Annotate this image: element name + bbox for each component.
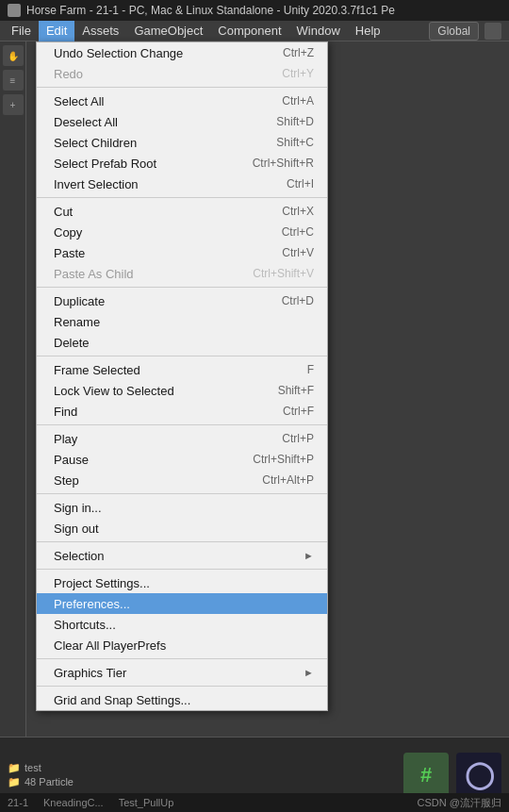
sep-8 — [37, 569, 327, 570]
status-count: 21-1 — [8, 797, 28, 808]
edit-menu-dropdown: Undo Selection Change Ctrl+Z Redo Ctrl+Y… — [36, 41, 328, 711]
menu-sign-out[interactable]: Sign out — [37, 518, 327, 539]
sidebar-icon-2[interactable]: ≡ — [3, 70, 24, 91]
menu-sign-in[interactable]: Sign in... — [37, 497, 327, 518]
csdn-label: CSDN @流汗服归 — [418, 796, 501, 810]
menu-help[interactable]: Help — [348, 21, 388, 41]
menu-gameobject[interactable]: GameObject — [126, 21, 210, 41]
title-bar: Horse Farm - 21-1 - PC, Mac & Linux Stan… — [0, 0, 509, 21]
menu-file[interactable]: File — [4, 21, 39, 41]
menu-graphics-tier[interactable]: Graphics Tier ► — [37, 662, 327, 683]
status-label1: KneadingC... — [43, 797, 104, 808]
menu-paste-as-child: Paste As Child Ctrl+Shift+V — [37, 263, 327, 284]
menu-delete[interactable]: Delete — [37, 332, 327, 353]
menu-rename[interactable]: Rename — [37, 311, 327, 332]
sep-7 — [37, 541, 327, 542]
menu-redo: Redo Ctrl+Y — [37, 63, 327, 84]
title-bar-text: Horse Farm - 21-1 - PC, Mac & Linux Stan… — [26, 4, 395, 17]
hashtag-icon: # — [403, 753, 449, 798]
menu-project-settings[interactable]: Project Settings... — [37, 572, 327, 593]
menu-frame-selected[interactable]: Frame Selected F — [37, 359, 327, 380]
sep-10 — [37, 686, 327, 687]
menu-grid-snap[interactable]: Grid and Snap Settings... — [37, 689, 327, 710]
menu-component[interactable]: Component — [210, 21, 288, 41]
menu-selection[interactable]: Selection ► — [37, 545, 327, 566]
menu-edit[interactable]: Edit — [39, 21, 74, 41]
menu-shortcuts[interactable]: Shortcuts... — [37, 614, 327, 635]
menu-find[interactable]: Find Ctrl+F — [37, 401, 327, 422]
menu-select-prefab-root[interactable]: Select Prefab Root Ctrl+Shift+R — [37, 153, 327, 174]
menu-step[interactable]: Step Ctrl+Alt+P — [37, 470, 327, 490]
app-icon — [8, 4, 21, 17]
sep-4 — [37, 356, 327, 356]
menu-preferences[interactable]: Preferences... — [37, 593, 327, 614]
status-bar: 21-1 KneadingC... Test_PullUp CSDN @流汗服归 — [0, 793, 509, 812]
global-button[interactable]: Global — [429, 22, 479, 41]
sep-2 — [37, 197, 327, 198]
sep-3 — [37, 287, 327, 288]
menu-window[interactable]: Window — [289, 21, 348, 41]
menu-select-children[interactable]: Select Children Shift+C — [37, 132, 327, 153]
sep-9 — [37, 658, 327, 659]
left-sidebar: ✋ ≡ + — [0, 41, 26, 755]
menu-clear-playerprefs[interactable]: Clear All PlayerPrefs — [37, 635, 327, 655]
unity-icon: ◯ — [456, 753, 501, 798]
menu-copy[interactable]: Copy Ctrl+C — [37, 222, 327, 242]
menu-select-all[interactable]: Select All Ctrl+A — [37, 91, 327, 111]
layout-icon — [484, 23, 501, 40]
menu-pause[interactable]: Pause Ctrl+Shift+P — [37, 449, 327, 470]
menu-bar: File Edit Assets GameObject Component Wi… — [0, 21, 509, 41]
particles-label: 48 Particle — [25, 776, 74, 787]
sidebar-icon-plus[interactable]: + — [3, 94, 24, 115]
hand-tool-icon[interactable]: ✋ — [3, 45, 24, 66]
menu-cut[interactable]: Cut Ctrl+X — [37, 201, 327, 222]
menu-lock-view[interactable]: Lock View to Selected Shift+F — [37, 380, 327, 401]
menu-assets[interactable]: Assets — [74, 21, 126, 41]
status-label2: Test_PullUp — [119, 797, 174, 808]
menu-paste[interactable]: Paste Ctrl+V — [37, 242, 327, 263]
bottom-path: test — [25, 762, 41, 773]
menu-duplicate[interactable]: Duplicate Ctrl+D — [37, 290, 327, 311]
menu-play[interactable]: Play Ctrl+P — [37, 428, 327, 449]
menu-undo[interactable]: Undo Selection Change Ctrl+Z — [37, 42, 327, 63]
sep-1 — [37, 87, 327, 88]
menu-deselect-all[interactable]: Deselect All Shift+D — [37, 111, 327, 132]
menu-invert-selection[interactable]: Invert Selection Ctrl+I — [37, 174, 327, 194]
sep-5 — [37, 424, 327, 425]
folder-icon: 📁 — [8, 762, 21, 774]
sep-6 — [37, 493, 327, 494]
particles-icon: 📁 — [8, 776, 21, 788]
